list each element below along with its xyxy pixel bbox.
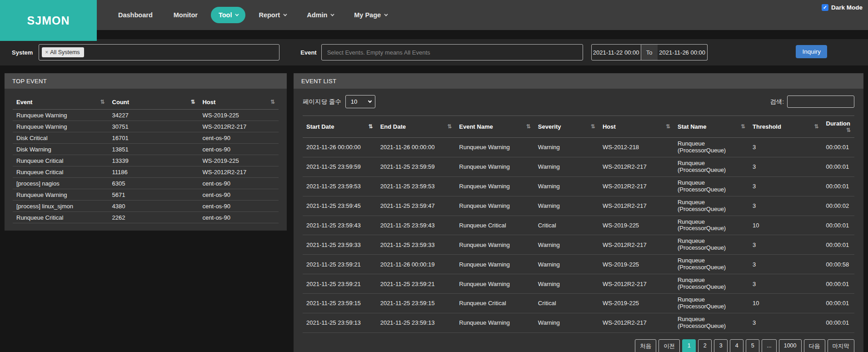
nav-item-label: My Page: [354, 11, 381, 19]
event-name-cell: Runqueue Warning: [455, 138, 534, 157]
top-event-column-header[interactable]: Count ⇅: [109, 95, 199, 110]
nav-item-label: Dashboard: [118, 11, 153, 19]
table-row[interactable]: Disk Warning 13851 cent-os-90: [13, 144, 279, 155]
sort-icon[interactable]: ⇅: [100, 99, 105, 105]
sort-icon[interactable]: ⇅: [741, 123, 745, 130]
event-list-column-header[interactable]: Event Name ⇅: [455, 116, 534, 138]
page-button[interactable]: ...: [762, 339, 776, 352]
event-list-column-header[interactable]: Start Date ⇅: [303, 116, 377, 138]
page-button[interactable]: 1: [682, 339, 696, 352]
table-row[interactable]: 2021-11-25 23:59:15 2021-11-25 23:59:15 …: [303, 294, 854, 313]
event-list-column-header[interactable]: Severity ⇅: [534, 116, 599, 138]
event-select-input[interactable]: [321, 44, 583, 60]
table-row[interactable]: Disk Critical 16701 cent-os-90: [13, 132, 279, 144]
page-button[interactable]: 1000: [779, 339, 802, 352]
sort-icon[interactable]: ⇅: [190, 99, 195, 105]
search-input[interactable]: [787, 96, 854, 108]
table-row[interactable]: 2021-11-25 23:59:21 2021-11-26 00:00:19 …: [303, 255, 854, 274]
event-cell: [process] nagios: [13, 178, 109, 189]
table-row[interactable]: 2021-11-25 23:59:33 2021-11-25 23:59:33 …: [303, 235, 854, 255]
page-size-label: 페이지당 줄수: [303, 98, 341, 106]
page-button[interactable]: 2: [698, 339, 712, 352]
system-label: System: [12, 49, 33, 56]
dark-mode-checkbox[interactable]: ✓: [822, 4, 828, 11]
count-cell: 2262: [109, 212, 199, 223]
top-event-column-header[interactable]: Host ⇅: [199, 95, 279, 110]
event-list-column-header[interactable]: End Date ⇅: [377, 116, 456, 138]
table-row[interactable]: [process] linux_sjmon 4380 cent-os-90: [13, 201, 279, 212]
page-size-select[interactable]: 10: [345, 95, 375, 108]
threshold-cell: 3: [749, 157, 822, 176]
end-date-cell: 2021-11-25 23:59:33: [377, 235, 456, 255]
nav-item[interactable]: Admin: [299, 7, 341, 23]
table-row[interactable]: 2021-11-25 23:59:21 2021-11-25 23:59:21 …: [303, 274, 854, 294]
search-label: 검색:: [770, 98, 784, 106]
event-list-column-header[interactable]: Host ⇅: [599, 116, 674, 138]
table-row[interactable]: Runqueue Critical 2262 cent-os-90: [13, 212, 279, 223]
date-to-input[interactable]: [658, 44, 708, 60]
table-row[interactable]: 2021-11-25 23:59:45 2021-11-25 23:59:47 …: [303, 196, 854, 216]
table-row[interactable]: 2021-11-25 23:59:43 2021-11-25 23:59:43 …: [303, 216, 854, 235]
page-button[interactable]: 3: [714, 339, 728, 352]
page-button[interactable]: 5: [746, 339, 759, 352]
severity-cell: Warning: [534, 313, 599, 332]
page-button[interactable]: 4: [730, 339, 743, 352]
event-list-column-header[interactable]: Duration ⇅: [823, 116, 854, 138]
host-cell: WS-2012R2-217: [599, 274, 674, 294]
event-cell: [process] linux_sjmon: [13, 201, 109, 212]
stat-name-cell: Runqueue (ProcessorQueue): [674, 176, 749, 196]
sort-icon[interactable]: ⇅: [270, 99, 275, 105]
table-row[interactable]: 2021-11-25 23:59:59 2021-11-25 23:59:59 …: [303, 157, 854, 176]
sort-icon[interactable]: ⇅: [369, 123, 373, 130]
remove-tag-icon[interactable]: ×: [45, 49, 48, 55]
start-date-cell: 2021-11-25 23:59:13: [303, 313, 377, 332]
count-cell: 4380: [109, 201, 199, 212]
page-button[interactable]: 이전: [658, 339, 680, 352]
nav-item[interactable]: My Page: [346, 7, 394, 23]
event-name-cell: Runqueue Warning: [455, 235, 534, 255]
date-from-input[interactable]: [591, 44, 641, 60]
chevron-down-icon: [283, 12, 287, 16]
top-event-column-header[interactable]: Event ⇅: [13, 95, 109, 110]
table-row[interactable]: 2021-11-25 23:59:13 2021-11-25 23:59:13 …: [303, 313, 854, 332]
table-row[interactable]: Runqueue Critical 11186 WS-2012R2-217: [13, 166, 279, 178]
page-button[interactable]: 처음: [635, 339, 656, 352]
end-date-cell: 2021-11-25 23:59:13: [377, 313, 456, 332]
chevron-down-icon: [235, 12, 239, 16]
inquiry-button[interactable]: Inquiry: [796, 45, 827, 58]
nav-item[interactable]: Tool: [211, 7, 246, 23]
table-row[interactable]: Runqueue Warning 30751 WS-2012R2-217: [13, 121, 279, 132]
page-button[interactable]: 다음: [804, 339, 825, 352]
nav-item[interactable]: Dashboard: [110, 7, 160, 23]
event-name-cell: Runqueue Warning: [455, 196, 534, 216]
table-row[interactable]: Runqueue Critical 13339 WS-2019-225: [13, 155, 279, 166]
table-row[interactable]: 2021-11-26 00:00:00 2021-11-26 00:00:00 …: [303, 138, 854, 157]
table-row[interactable]: Runqueue Warning 5671 cent-os-90: [13, 189, 279, 201]
host-cell: WS-2012R2-217: [599, 196, 674, 216]
event-list-column-header[interactable]: Threshold ⇅: [749, 116, 822, 138]
host-cell: WS-2012R2-217: [599, 157, 674, 176]
severity-cell: Warning: [534, 138, 599, 157]
system-tag: × All Systems: [42, 47, 84, 57]
nav-item[interactable]: Report: [251, 7, 294, 23]
start-date-cell: 2021-11-25 23:59:53: [303, 176, 377, 196]
table-row[interactable]: [process] nagios 6305 cent-os-90: [13, 178, 279, 189]
duration-cell: 00:00:01: [823, 313, 854, 332]
count-cell: 34227: [109, 110, 199, 121]
table-row[interactable]: 2021-11-25 23:59:53 2021-11-25 23:59:53 …: [303, 176, 854, 196]
table-row[interactable]: Runqueue Warning 34227 WS-2019-225: [13, 110, 279, 121]
stat-name-cell: Runqueue (ProcessorQueue): [674, 255, 749, 274]
top-event-table: Event ⇅ Count ⇅ Host ⇅: [13, 95, 279, 223]
sort-icon[interactable]: ⇅: [846, 127, 851, 133]
sort-icon[interactable]: ⇅: [591, 123, 595, 130]
brand-logo[interactable]: SJMON: [0, 0, 97, 41]
nav-item[interactable]: Monitor: [166, 7, 205, 23]
sort-icon[interactable]: ⇅: [526, 123, 531, 130]
page-button[interactable]: 마지막: [828, 339, 855, 352]
sort-icon[interactable]: ⇅: [814, 123, 818, 130]
sort-icon[interactable]: ⇅: [666, 123, 670, 130]
system-select[interactable]: × All Systems: [39, 44, 279, 60]
event-list-column-header[interactable]: Stat Name ⇅: [674, 116, 749, 138]
dark-mode-toggle[interactable]: ✓ Dark Mode: [822, 4, 863, 11]
sort-icon[interactable]: ⇅: [447, 123, 452, 130]
